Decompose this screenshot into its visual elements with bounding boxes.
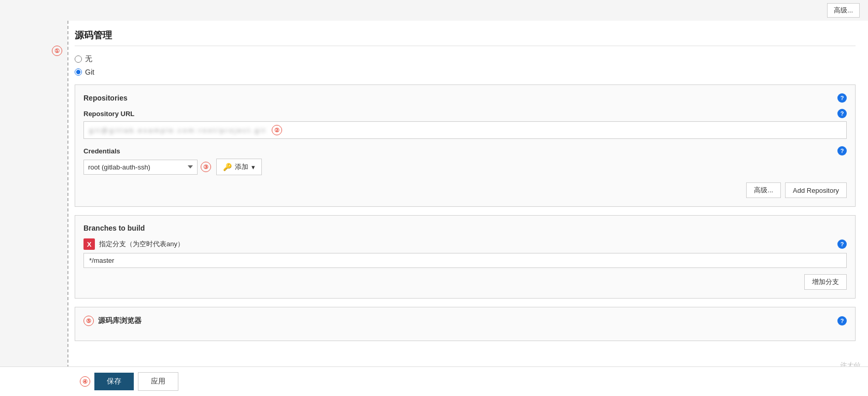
main-content: 源码管理 无 Git Repositories ? [67,21,868,384]
repo-url-blurred: git@gitlab.example.com:root/project.git [89,126,267,134]
branch-help-icon[interactable]: ? [837,239,847,249]
key-icon: 🔑 [223,163,232,171]
credentials-select[interactable]: root (gitlab-auth-ssh) [83,160,198,175]
branch-action-row: 增加分支 [83,274,847,290]
top-advanced-button[interactable]: 高级... [827,3,860,18]
branch-input[interactable] [83,253,847,268]
source-browser-section: ⑤ 源码库浏览器 ? [75,307,856,341]
repositories-help-icon[interactable]: ? [837,93,847,103]
radio-git[interactable]: Git [75,68,856,76]
add-btn-label: 添加 [235,162,248,172]
add-repository-button[interactable]: Add Repository [785,182,847,198]
branches-label: Branches to build [83,224,145,232]
credentials-label-row: Credentials ? [83,146,847,155]
repositories-header: Repositories ? [83,93,847,103]
credentials-help-icon[interactable]: ? [837,146,847,155]
step3-badge: ③ [201,162,211,172]
credentials-field-group: Credentials ? root (gitlab-auth-ssh) ③ 🔑 [83,146,847,175]
radio-git-label: Git [85,68,94,76]
branches-header: Branches to build [83,224,847,232]
step5-badge: ⑤ [83,316,94,326]
credentials-label: Credentials [83,147,120,155]
apply-button[interactable]: 应用 [138,372,178,391]
radio-git-input[interactable] [75,68,82,76]
bottom-bar: ④ 保存 应用 [0,366,868,396]
repositories-label: Repositories [83,94,128,102]
source-browser-header: ⑤ 源码库浏览器 ? [83,316,847,326]
branches-section: Branches to build X 指定分支（为空时代表any） ? [75,215,856,299]
step2-badge: ② [272,125,282,135]
radio-none-input[interactable] [75,55,82,63]
add-credential-button[interactable]: 🔑 添加 ▾ [216,159,262,175]
repo-url-help-icon[interactable]: ? [837,109,847,118]
repo-url-input-wrapper: git@gitlab.example.com:root/project.git … [83,121,847,139]
repositories-section: Repositories ? Repository URL ? git@gitl… [75,84,856,207]
page-wrapper: 高级... ① 源码管理 无 Git [0,0,868,396]
scm-radio-group: 无 Git [75,54,856,76]
repo-url-field-group: Repository URL ? git@gitlab.example.com:… [83,109,847,139]
branch-field-label-row: X 指定分支（为空时代表any） ? [83,238,847,250]
radio-none[interactable]: 无 [75,54,856,64]
branch-field-wrapper: X 指定分支（为空时代表any） ? [83,238,847,268]
advanced-button[interactable]: 高级... [746,182,781,198]
repo-url-label: Repository URL [83,110,134,118]
left-sidebar: ① [0,21,67,384]
add-branch-button[interactable]: 增加分支 [804,274,847,290]
page-title: 源码管理 [75,29,856,46]
repo-action-row: 高级... Add Repository [83,182,847,198]
credentials-row: root (gitlab-auth-ssh) ③ 🔑 添加 ▾ [83,159,847,175]
step1-badge: ① [52,46,62,56]
top-bar: 高级... [0,0,868,21]
radio-none-label: 无 [85,54,92,64]
step4-badge: ④ [80,376,90,387]
source-browser-help-icon[interactable]: ? [837,316,847,326]
branch-field-label: 指定分支（为空时代表any） [99,239,184,249]
add-btn-chevron: ▾ [251,163,255,171]
branch-item-row: X 指定分支（为空时代表any） ? [83,238,847,268]
save-button[interactable]: 保存 [94,373,134,390]
source-browser-label: 源码库浏览器 [98,316,142,326]
remove-branch-button[interactable]: X [83,238,95,250]
repo-url-label-row: Repository URL ? [83,109,847,118]
